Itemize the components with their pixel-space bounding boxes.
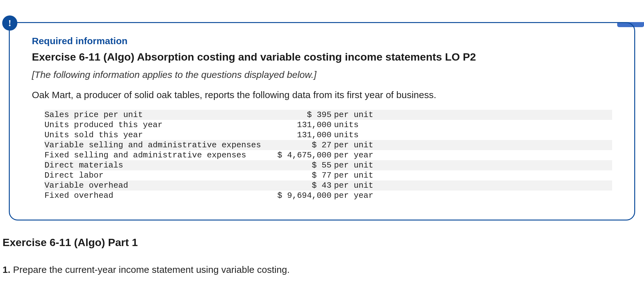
data-row-label: Units sold this year bbox=[44, 130, 265, 140]
data-row-amount: 131,000 bbox=[265, 130, 331, 140]
data-row-unit: per unit bbox=[331, 161, 384, 170]
data-row: Direct labor$ 77per unit bbox=[44, 170, 612, 180]
part-title: Exercise 6-11 (Algo) Part 1 bbox=[3, 236, 644, 249]
data-row: Direct materials$ 55per unit bbox=[44, 160, 612, 170]
data-row-label: Units produced this year bbox=[44, 120, 265, 130]
data-row-unit: per unit bbox=[331, 171, 384, 180]
important-icon: ! bbox=[2, 15, 17, 31]
data-row-unit: per unit bbox=[331, 140, 384, 150]
data-row-unit: per year bbox=[331, 191, 384, 200]
required-information-label: Required information bbox=[32, 36, 612, 46]
data-row: Sales price per unit$ 395per unit bbox=[44, 110, 612, 120]
data-row-unit: units bbox=[331, 130, 384, 140]
data-row-amount: $ 27 bbox=[265, 140, 331, 150]
data-row-amount: $ 55 bbox=[265, 161, 331, 170]
data-row-label: Sales price per unit bbox=[44, 110, 265, 120]
data-row-label: Fixed selling and administrative expense… bbox=[44, 150, 265, 160]
instruction-text: Prepare the current-year income statemen… bbox=[10, 264, 290, 275]
data-row: Fixed overhead$ 9,694,000per year bbox=[44, 191, 612, 201]
data-row-amount: $ 395 bbox=[265, 110, 331, 120]
data-row-amount: $ 4,675,000 bbox=[265, 150, 331, 160]
data-row-amount: $ 77 bbox=[265, 171, 331, 180]
data-row-label: Direct labor bbox=[44, 171, 265, 180]
data-row-unit: units bbox=[331, 120, 384, 130]
required-information-box: ! Required information Exercise 6-11 (Al… bbox=[9, 22, 635, 221]
data-row-amount: $ 9,694,000 bbox=[265, 191, 331, 200]
exercise-title: Exercise 6-11 (Algo) Absorption costing … bbox=[32, 51, 612, 63]
instruction-line: 1. Prepare the current-year income state… bbox=[3, 264, 644, 275]
data-row-unit: per unit bbox=[331, 181, 384, 190]
data-row-amount: $ 43 bbox=[265, 181, 331, 190]
data-row-label: Direct materials bbox=[44, 161, 265, 170]
exercise-page: ! Required information Exercise 6-11 (Al… bbox=[0, 22, 644, 306]
applies-note: [The following information applies to th… bbox=[32, 69, 612, 80]
data-row-label: Variable selling and administrative expe… bbox=[44, 140, 265, 150]
data-row: Fixed selling and administrative expense… bbox=[44, 150, 612, 160]
data-row-label: Variable overhead bbox=[44, 181, 265, 190]
data-row-unit: per year bbox=[331, 150, 384, 160]
data-row: Variable overhead$ 43per unit bbox=[44, 180, 612, 191]
data-row: Variable selling and administrative expe… bbox=[44, 140, 612, 150]
instruction-number: 1. bbox=[3, 264, 10, 275]
data-row-amount: 131,000 bbox=[265, 120, 331, 130]
intro-paragraph: Oak Mart, a producer of solid oak tables… bbox=[32, 90, 612, 100]
data-row-unit: per unit bbox=[331, 110, 384, 120]
data-row: Units produced this year131,000units bbox=[44, 120, 612, 130]
data-row-label: Fixed overhead bbox=[44, 191, 265, 200]
data-row: Units sold this year131,000units bbox=[44, 130, 612, 140]
data-table: Sales price per unit$ 395per unitUnits p… bbox=[32, 110, 612, 201]
